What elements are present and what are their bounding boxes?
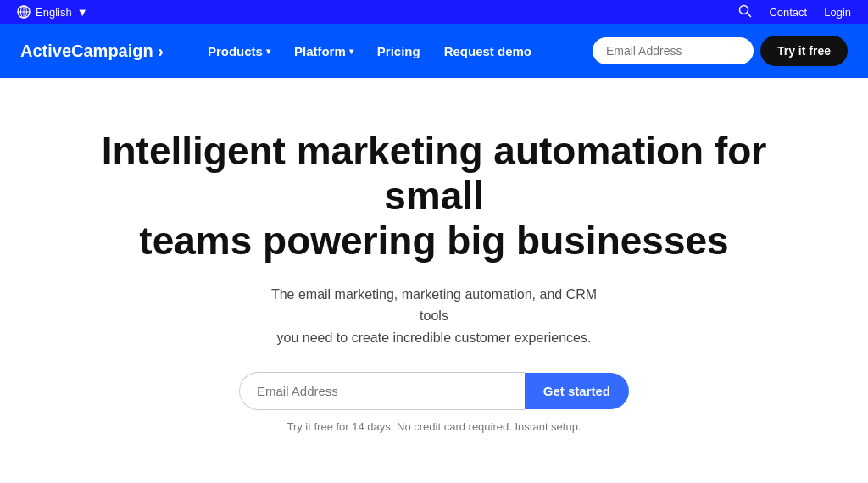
svg-line-5 [748,13,752,17]
nav-platform[interactable]: Platform ▾ [284,37,364,65]
products-chevron-icon: ▾ [266,47,270,56]
top-bar: English ▼ Contact Login [0,0,868,24]
search-icon[interactable] [738,4,752,20]
nav-request-demo[interactable]: Request demo [434,37,542,65]
nav-products[interactable]: Products ▾ [198,37,281,65]
login-link[interactable]: Login [824,6,851,19]
hero-heading: Intelligent marketing automation for sma… [86,129,782,264]
nav-try-free-button[interactable]: Try it free [760,36,848,66]
language-label: English [36,6,72,19]
nav-links: Products ▾ Platform ▾ Pricing Request de… [198,37,593,65]
hero-email-input[interactable] [239,372,525,410]
svg-point-4 [740,5,748,14]
hero-get-started-button[interactable]: Get started [525,373,629,409]
language-chevron: ▼ [77,6,88,19]
nav-pricing[interactable]: Pricing [367,37,431,65]
logo[interactable]: ActiveCampaign › [20,42,164,61]
globe-icon [17,5,31,19]
main-nav: ActiveCampaign › Products ▾ Platform ▾ P… [0,24,868,78]
contact-link[interactable]: Contact [769,6,807,19]
hero-section: Intelligent marketing automation for sma… [0,78,868,467]
platform-chevron-icon: ▾ [349,47,353,56]
hero-subtitle: The email marketing, marketing automatio… [256,284,612,349]
hero-email-form: Get started [239,372,629,410]
nav-email-form: Try it free [593,36,848,66]
language-selector[interactable]: English ▼ [17,5,88,19]
nav-email-input[interactable] [593,37,754,64]
top-bar-right: Contact Login [738,4,851,20]
hero-fine-print: Try it free for 14 days. No credit card … [34,420,834,433]
